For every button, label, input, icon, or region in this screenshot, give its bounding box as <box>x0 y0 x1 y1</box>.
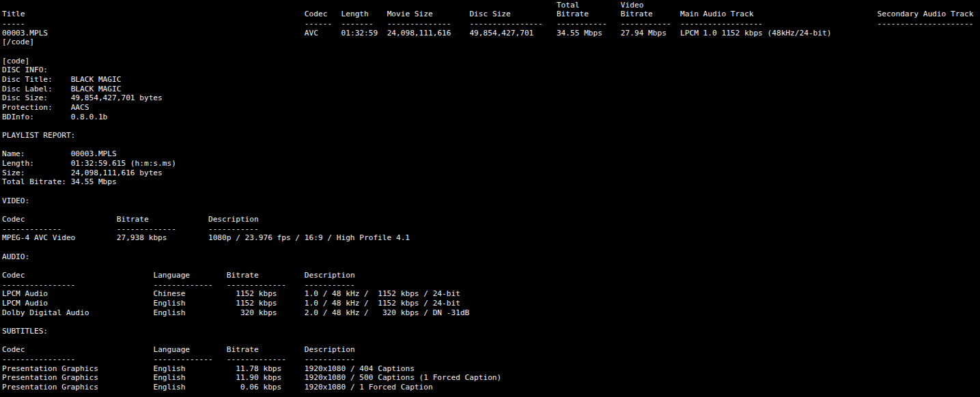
section-title-subtitles: SUBTITLES: <box>2 327 48 336</box>
summary-underline-main-audio: ------------------ <box>680 20 763 28</box>
summary-underline-total-bitrate: ----------- <box>557 20 607 28</box>
subtitle-row-description: 1920x1080 / 500 Captions (1 Forced Capti… <box>305 374 501 382</box>
audio-row-description: 1.0 / 48 kHz / 1152 kbps / 24-bit <box>305 299 460 308</box>
bbcode-open-tag: [code] <box>2 57 29 65</box>
video-row-description: 1080p / 23.976 fps / 16:9 / High Profile… <box>208 234 410 242</box>
audio-underline-bitrate: ------------- <box>227 281 286 289</box>
playlist-name-value: 00003.MPLS <box>71 150 117 158</box>
video-underline-description: ----------- <box>208 225 259 233</box>
audio-row-bitrate: 320 kbps <box>240 309 277 317</box>
summary-underline-disc-size: ---------------- <box>469 20 542 28</box>
summary-col-disc-size: Disc Size <box>469 10 510 18</box>
summary-underline-movie-size: -------------- <box>387 20 451 28</box>
audio-row-language: Chinese <box>153 290 185 298</box>
audio-col-codec: Codec <box>2 271 25 280</box>
summary-col-total-bitrate-top: Total <box>557 1 580 10</box>
subtitle-row-description: 1920x1080 / 404 Captions <box>305 365 415 373</box>
summary-value-playlist-title: 00003.MPLS <box>2 29 48 38</box>
summary-col-video-bitrate: Bitrate <box>621 10 653 18</box>
subtitles-col-codec: Codec <box>2 346 25 354</box>
disc-label-value: BLACK MAGIC <box>71 85 122 93</box>
subtitle-row-language: English <box>153 383 185 392</box>
disc-title-label: Disc Title: <box>2 76 53 84</box>
summary-col-title: Title <box>2 10 25 18</box>
video-row-codec: MPEG-4 AVC Video <box>2 234 75 242</box>
playlist-size-label: Size: <box>2 169 25 177</box>
video-col-codec: Codec <box>2 216 25 224</box>
bdinfo-version-value: 0.8.0.1b <box>71 113 108 121</box>
summary-value-disc-size: 49,854,427,701 <box>469 29 533 38</box>
summary-col-codec: Codec <box>305 10 328 18</box>
audio-row-codec: LPCM Audio <box>2 290 48 298</box>
subtitle-row-language: English <box>153 365 185 373</box>
bdinfo-version-label: BDInfo: <box>2 113 34 121</box>
bdinfo-terminal-output: Total Video Title Codec Length Movie Siz… <box>0 0 980 397</box>
video-col-bitrate: Bitrate <box>117 216 149 224</box>
summary-value-length: 01:32:59 <box>341 29 378 38</box>
audio-row-bitrate: 1152 kbps <box>236 299 277 308</box>
subtitle-row-codec: Presentation Graphics <box>2 374 98 382</box>
summary-col-total-bitrate: Bitrate <box>557 10 589 18</box>
subtitles-col-bitrate: Bitrate <box>227 346 259 354</box>
summary-col-main-audio-track: Main Audio Track <box>680 10 753 18</box>
subtitles-underline-description: ----------- <box>305 355 355 364</box>
summary-underline-video-bitrate: ----------- <box>621 20 671 28</box>
audio-underline-language: ------------- <box>153 281 212 289</box>
summary-value-codec: AVC <box>305 29 318 38</box>
section-title-video: VIDEO: <box>2 197 29 205</box>
subtitles-col-description: Description <box>305 346 355 354</box>
subtitles-underline-language: ------------- <box>153 355 212 364</box>
subtitles-underline-codec: ---------------- <box>2 355 75 364</box>
disc-title-value: BLACK MAGIC <box>71 76 122 84</box>
video-underline-bitrate: ------------- <box>117 225 176 233</box>
subtitle-row-codec: Presentation Graphics <box>2 365 98 373</box>
disc-label-label: Disc Label: <box>2 85 53 93</box>
summary-underline-secondary-audio: --------------------- <box>878 20 974 28</box>
summary-col-length: Length <box>341 10 369 18</box>
protection-label: Protection: <box>2 104 53 112</box>
audio-row-language: English <box>153 299 185 308</box>
subtitle-row-bitrate: 0.06 kbps <box>240 383 281 392</box>
audio-row-description: 1.0 / 48 kHz / 1152 kbps / 24-bit <box>305 290 460 298</box>
summary-col-secondary-audio-track: Secondary Audio Track <box>878 10 974 18</box>
audio-row-codec: LPCM Audio <box>2 299 48 308</box>
subtitle-row-language: English <box>153 374 185 382</box>
subtitle-row-codec: Presentation Graphics <box>2 383 98 392</box>
summary-value-total-bitrate: 34.55 Mbps <box>557 29 602 38</box>
summary-value-movie-size: 24,098,111,616 <box>387 29 451 38</box>
summary-value-video-bitrate: 27.94 Mbps <box>621 29 667 38</box>
playlist-length-label: Length: <box>2 160 34 168</box>
video-col-description: Description <box>208 216 259 224</box>
summary-value-main-audio: LPCM 1.0 1152 kbps (48kHz/24-bit) <box>680 29 831 38</box>
summary-col-video-bitrate-top: Video <box>621 1 644 10</box>
bbcode-close-tag: [/code] <box>2 38 34 46</box>
playlist-size-value: 24,098,111,616 bytes <box>71 169 163 177</box>
subtitle-row-description: 1920x1080 / 1 Forced Caption <box>305 383 433 392</box>
audio-row-language: English <box>153 309 185 317</box>
summary-underline-length: ------- <box>341 20 374 28</box>
video-row-bitrate: 27,938 kbps <box>117 234 167 242</box>
audio-underline-codec: ---------------- <box>2 281 75 289</box>
playlist-name-label: Name: <box>2 150 25 158</box>
audio-col-language: Language <box>153 271 190 280</box>
audio-col-bitrate: Bitrate <box>227 271 259 280</box>
audio-row-description: 2.0 / 48 kHz / 320 kbps / DN -31dB <box>305 309 469 317</box>
playlist-total-bitrate-value: 34.55 Mbps <box>71 178 117 186</box>
audio-col-description: Description <box>305 271 355 280</box>
summary-underline-title: ----- <box>2 20 25 28</box>
audio-underline-description: ----------- <box>305 281 355 289</box>
audio-row-codec: Dolby Digital Audio <box>2 309 89 317</box>
summary-col-movie-size: Movie Size <box>387 10 433 18</box>
playlist-length-value: 01:32:59.615 (h:m:s.ms) <box>71 160 176 168</box>
summary-underline-codec: ------ <box>305 20 332 28</box>
disc-size-value: 49,854,427,701 bytes <box>71 94 163 102</box>
subtitles-col-language: Language <box>153 346 190 354</box>
disc-size-label: Disc Size: <box>2 94 48 102</box>
video-underline-codec: ------------- <box>2 225 61 233</box>
section-title-disc-info: DISC INFO: <box>2 66 48 74</box>
protection-value: AACS <box>71 104 89 112</box>
audio-row-bitrate: 1152 kbps <box>236 290 277 298</box>
section-title-playlist-report: PLAYLIST REPORT: <box>2 132 75 140</box>
section-title-audio: AUDIO: <box>2 253 29 261</box>
playlist-total-bitrate-label: Total Bitrate: <box>2 178 66 186</box>
